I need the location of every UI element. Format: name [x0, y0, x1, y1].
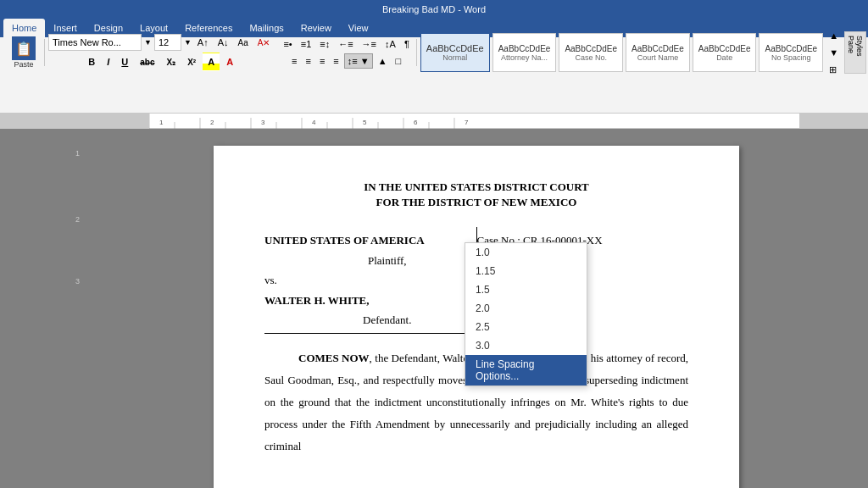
paragraph-section: ≡• ≡1 ≡↕ ←≡ →≡ ↕A ¶ ≡ ≡ ≡ ≡ ↕≡ ▼ ▲ □: [276, 39, 416, 66]
ruler-main: 1 2 3 4 5 6 7: [148, 114, 800, 128]
decrease-indent-button[interactable]: ←≡: [335, 36, 356, 52]
multilevel-list-button[interactable]: ≡↕: [316, 36, 333, 52]
underline-button[interactable]: U: [116, 53, 133, 71]
style-date[interactable]: AaBbCcDdEe Date: [693, 33, 757, 72]
font-size-input[interactable]: [154, 34, 181, 51]
line-spacing-3-0[interactable]: 3.0: [465, 336, 587, 355]
margin-num-2: 2: [75, 212, 80, 227]
document-title: Breaking Bad MD - Word: [0, 4, 868, 14]
line-spacing-1-5[interactable]: 1.5: [465, 280, 587, 299]
margin-numbers: 1 2 3: [75, 146, 80, 289]
ruler-left-margin: [0, 114, 148, 128]
ruler-right-margin: [800, 114, 868, 128]
line-spacing-1-15[interactable]: 1.15: [465, 262, 587, 280]
ribbon: 📋 Paste ▼ ▼ A↑ A↓ Aa A✕ B I U abc X₂: [0, 37, 868, 114]
bold-button[interactable]: B: [83, 53, 100, 71]
increase-font-button[interactable]: A↑: [194, 35, 212, 50]
svg-text:5: 5: [363, 119, 367, 126]
gallery-more-button[interactable]: ⊞: [826, 62, 842, 77]
court-line1: IN THE UNITED STATES DISTRICT COURT: [264, 180, 688, 195]
svg-text:1: 1: [159, 119, 164, 126]
paste-button[interactable]: 📋 Paste: [7, 35, 41, 70]
party-left-cell: UNITED STATES OF AMERICA Plaintiff, vs. …: [264, 227, 476, 333]
tab-review[interactable]: Review: [292, 19, 340, 37]
gallery-scroll-up-button[interactable]: ▲: [826, 28, 842, 43]
borders-button[interactable]: □: [392, 53, 405, 69]
subscript-button[interactable]: X₂: [162, 53, 181, 71]
svg-text:4: 4: [312, 119, 316, 126]
align-right-button[interactable]: ≡: [316, 53, 328, 69]
numbered-list-button[interactable]: ≡1: [298, 36, 315, 52]
style-court-name[interactable]: AaBbCcDdEe Court Name: [626, 33, 690, 72]
line-spacing-1-0[interactable]: 1.0: [465, 243, 587, 262]
bullet-list-button[interactable]: ≡•: [280, 36, 295, 52]
svg-text:7: 7: [465, 119, 469, 126]
gallery-scroll-down-button[interactable]: ▼: [826, 45, 842, 60]
title-bar: Breaking Bad MD - Word: [0, 0, 868, 19]
show-formatting-button[interactable]: ¶: [401, 36, 413, 52]
defendant-role: Defendant.: [264, 310, 476, 330]
line-spacing-button[interactable]: ↕≡ ▼: [344, 53, 373, 69]
tab-view[interactable]: View: [340, 19, 377, 37]
justify-button[interactable]: ≡: [330, 53, 342, 69]
paste-icon: 📋: [12, 36, 36, 60]
align-left-button[interactable]: ≡: [288, 53, 300, 69]
style-case-no[interactable]: AaBbCcDdEe Case No.: [559, 33, 623, 72]
styles-pane-button[interactable]: Styles Pane: [844, 31, 866, 74]
style-no-spacing[interactable]: AaBbCcDdEe No Spacing: [759, 33, 823, 72]
font-name-dropdown-icon[interactable]: ▼: [144, 38, 152, 47]
left-margin: 1 2 3: [0, 129, 85, 488]
shading-button[interactable]: ▲: [375, 53, 391, 69]
font-selector: ▼ ▼ A↑ A↓ Aa A✕: [48, 34, 273, 51]
vs-text: vs.: [264, 270, 476, 290]
italic-button[interactable]: I: [102, 53, 114, 71]
plaintiff-role: Plaintiff,: [264, 251, 476, 270]
document-header: IN THE UNITED STATES DISTRICT COURT FOR …: [264, 180, 688, 210]
main-area: 1 2 3 IN THE UNITED STATES DISTRICT COUR…: [0, 129, 868, 488]
decrease-font-button[interactable]: A↓: [214, 35, 232, 50]
court-line2: FOR THE DISTRICT OF NEW MEXICO: [264, 195, 688, 210]
clipboard-section: 📋 Paste: [3, 39, 45, 66]
sort-button[interactable]: ↕A: [381, 36, 399, 52]
margin-num-1: 1: [75, 146, 80, 161]
superscript-button[interactable]: X²: [182, 53, 201, 71]
text-highlight-button[interactable]: A: [203, 53, 220, 71]
line-spacing-options[interactable]: Line Spacing Options...: [465, 355, 587, 385]
svg-text:3: 3: [261, 119, 265, 126]
strikethrough-button[interactable]: abc: [135, 53, 159, 71]
font-section-row1: ▼ ▼ A↑ A↓ Aa A✕ B I U abc X₂ X² A A: [45, 39, 276, 66]
ruler: 1 2 3 4 5 6 7: [0, 114, 868, 129]
font-size-dropdown-icon[interactable]: ▼: [184, 38, 192, 47]
change-case-button[interactable]: Aa: [235, 35, 252, 50]
line-spacing-2-0[interactable]: 2.0: [465, 299, 587, 318]
margin-num-3: 3: [75, 274, 80, 289]
line-spacing-2-5[interactable]: 2.5: [465, 318, 587, 336]
style-normal[interactable]: AaBbCcDdEe Normal: [420, 33, 490, 72]
font-color-button[interactable]: A: [221, 53, 238, 71]
increase-indent-button[interactable]: →≡: [359, 36, 380, 52]
clear-format-button[interactable]: A✕: [254, 35, 274, 50]
align-center-button[interactable]: ≡: [302, 53, 314, 69]
style-attorney[interactable]: AaBbCcDdEe Attorney Na...: [492, 33, 557, 72]
styles-gallery-section: AaBbCcDdEe Normal AaBbCcDdEe Attorney Na…: [417, 39, 868, 66]
document-area: IN THE UNITED STATES DISTRICT COURT FOR …: [85, 129, 868, 488]
line-spacing-dropdown: 1.0 1.15 1.5 2.0 2.5 3.0 Line Spacing Op…: [465, 242, 587, 386]
svg-text:6: 6: [414, 119, 418, 126]
defendant-name: WALTER H. WHITE,: [264, 291, 476, 310]
svg-text:2: 2: [210, 119, 214, 126]
plaintiff-name: UNITED STATES OF AMERICA: [264, 230, 476, 250]
font-name-input[interactable]: [48, 34, 142, 51]
